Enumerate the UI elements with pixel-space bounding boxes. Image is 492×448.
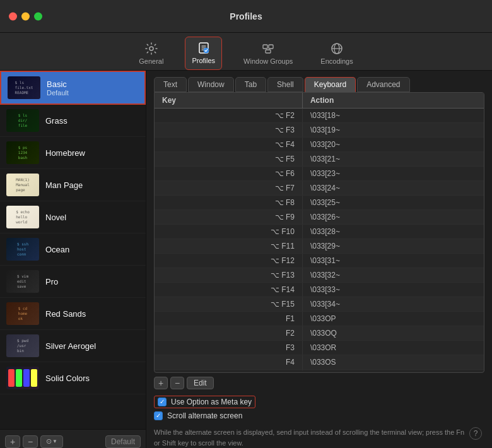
table-row[interactable]: ⌥ F8\033[25~ (155, 196, 484, 210)
action-cell: \033[28~ (303, 225, 484, 239)
table-row[interactable]: ⌥ F2\033[18~ (155, 109, 484, 123)
profile-name-homebrew: Homebrew (45, 148, 85, 158)
tab-encodings[interactable]: Encodings (314, 38, 359, 70)
tab-profiles[interactable]: Profiles (185, 37, 222, 70)
sidebar-item-basic[interactable]: $ lsfile.txtREADME Basic Default (0, 71, 146, 105)
profile-name-novel: Novel (45, 213, 66, 222)
sub-tab-advanced[interactable]: Advanced (357, 77, 409, 92)
add-profile-button[interactable]: + (5, 435, 20, 448)
main-layout: $ lsfile.txtREADME Basic Default $ lsdir… (0, 71, 492, 448)
table-row[interactable]: ⌥ F9\033[26~ (155, 210, 484, 225)
sidebar-item-man-page[interactable]: MAN(1)Manualpage Man Page (0, 169, 146, 201)
titlebar: Profiles (0, 0, 492, 33)
svg-rect-4 (269, 45, 273, 49)
profile-thumb-silver-aerogel: $ pwd/usrbin (6, 334, 39, 357)
sidebar-item-solid-colors[interactable]: Solid Colors (0, 362, 146, 394)
profile-name-solid-colors: Solid Colors (45, 374, 90, 383)
table-row[interactable]: ⌥ F3\033[19~ (155, 123, 484, 138)
maximize-button[interactable] (34, 12, 42, 20)
tab-window-groups[interactable]: Window Groups (237, 38, 299, 70)
profile-info-basic: Basic Default (47, 80, 69, 97)
table-row[interactable]: ⌥ F13\033[32~ (155, 268, 484, 283)
profile-sub-basic: Default (47, 89, 69, 97)
table-row[interactable]: ⌥ F5\033[21~ (155, 152, 484, 167)
bottom-toolbar: + − Edit (146, 373, 492, 393)
table-row[interactable]: F1\033OP (155, 312, 484, 326)
key-cell: F5 (155, 370, 303, 370)
table-row[interactable]: ⌥ F10\033[28~ (155, 225, 484, 239)
profile-list: $ lsfile.txtREADME Basic Default $ lsdir… (0, 71, 146, 429)
table-row[interactable]: ⌥ F6\033[23~ (155, 167, 484, 181)
table-row[interactable]: F4\033OS (155, 355, 484, 370)
action-cell: \033[31~ (303, 254, 484, 268)
scroll-alternate-checkbox[interactable]: ✓ (154, 411, 163, 420)
profile-thumb-grass: $ lsdir/file (6, 109, 39, 132)
sub-tabs: Text Window Tab Shell Keyboard Advanced (146, 71, 492, 92)
profile-name-red-sands: Red Sands (45, 309, 86, 319)
tab-general[interactable]: General (132, 38, 170, 70)
key-cell: ⌥ F5 (155, 152, 303, 166)
sidebar-item-silver-aerogel[interactable]: $ pwd/usrbin Silver Aerogel (0, 330, 146, 362)
add-key-button[interactable]: + (154, 377, 168, 389)
gear-icon (144, 42, 158, 56)
key-cell: F4 (155, 355, 303, 369)
profile-thumb-ocean: $ sshhostconn (6, 238, 39, 261)
sub-tab-window[interactable]: Window (188, 77, 234, 92)
sidebar-item-ocean[interactable]: $ sshhostconn Ocean (0, 233, 146, 266)
key-cell: F1 (155, 312, 303, 326)
key-cell: ⌥ F10 (155, 225, 303, 239)
svg-rect-3 (263, 45, 267, 49)
table-row[interactable]: F5\033[15~ (155, 370, 484, 370)
sidebar-item-pro[interactable]: $ vimeditsave Pro (0, 266, 146, 298)
profile-actions-button[interactable]: ⊙ ▼ (40, 435, 63, 448)
sub-tab-keyboard[interactable]: Keyboard (305, 77, 356, 92)
table-row[interactable]: ⌥ F4\033[20~ (155, 138, 484, 152)
remove-key-button[interactable]: − (170, 377, 184, 389)
sub-tab-tab[interactable]: Tab (235, 77, 266, 92)
set-default-button[interactable]: Default (105, 435, 141, 448)
action-cell: \033OS (303, 355, 484, 369)
key-cell: ⌥ F13 (155, 268, 303, 282)
tab-general-label: General (139, 57, 163, 65)
nav-tabs: General Profiles Window Groups (0, 33, 492, 71)
action-cell: \033[32~ (303, 268, 484, 282)
sidebar: $ lsfile.txtREADME Basic Default $ lsdir… (0, 71, 146, 448)
close-button[interactable] (9, 12, 17, 20)
use-option-meta-checkbox[interactable]: ✓ (158, 398, 167, 406)
sidebar-item-red-sands[interactable]: $ cdhomeok Red Sands (0, 298, 146, 330)
sub-tab-shell[interactable]: Shell (267, 77, 303, 92)
action-cell: \033[21~ (303, 152, 484, 166)
globe-icon (330, 42, 344, 56)
key-cell: ⌥ F12 (155, 254, 303, 268)
action-cell: \033OR (303, 341, 484, 355)
edit-key-button[interactable]: Edit (187, 377, 214, 389)
profile-thumb-manpage: MAN(1)Manualpage (6, 174, 39, 196)
sidebar-item-homebrew[interactable]: $ ps1234bash Homebrew (0, 137, 146, 169)
help-button[interactable]: ? (469, 427, 482, 440)
table-body: ⌥ F2\033[18~⌥ F3\033[19~⌥ F4\033[20~⌥ F5… (155, 109, 484, 370)
key-cell: ⌥ F7 (155, 181, 303, 195)
hint-text: While the alternate screen is displayed,… (154, 427, 467, 448)
hint-section: While the alternate screen is displayed,… (146, 427, 492, 448)
table-row[interactable]: ⌥ F7\033[24~ (155, 181, 484, 196)
use-option-meta-row: ✓ Use Option as Meta key (154, 396, 255, 408)
profile-thumb-basic: $ lsfile.txtREADME (8, 76, 40, 99)
action-cell: \033[26~ (303, 210, 484, 224)
action-cell: \033[24~ (303, 181, 484, 195)
window-groups-icon (261, 42, 275, 56)
sidebar-item-novel[interactable]: $ echohelloworld Novel (0, 201, 146, 233)
action-cell: \033[34~ (303, 297, 484, 311)
action-cell: \033[20~ (303, 138, 484, 151)
action-cell: \033[23~ (303, 167, 484, 180)
table-row[interactable]: ⌥ F15\033[34~ (155, 297, 484, 312)
table-row[interactable]: ⌥ F12\033[31~ (155, 254, 484, 268)
table-row[interactable]: F3\033OR (155, 341, 484, 355)
table-row[interactable]: ⌥ F11\033[29~ (155, 239, 484, 254)
table-row[interactable]: F2\033OQ (155, 326, 484, 341)
sidebar-item-grass[interactable]: $ lsdir/file Grass (0, 105, 146, 137)
minimize-button[interactable] (21, 12, 30, 20)
action-cell: \033OP (303, 312, 484, 326)
table-row[interactable]: ⌥ F14\033[33~ (155, 283, 484, 297)
remove-profile-button[interactable]: − (23, 435, 38, 448)
sub-tab-text[interactable]: Text (154, 77, 187, 92)
